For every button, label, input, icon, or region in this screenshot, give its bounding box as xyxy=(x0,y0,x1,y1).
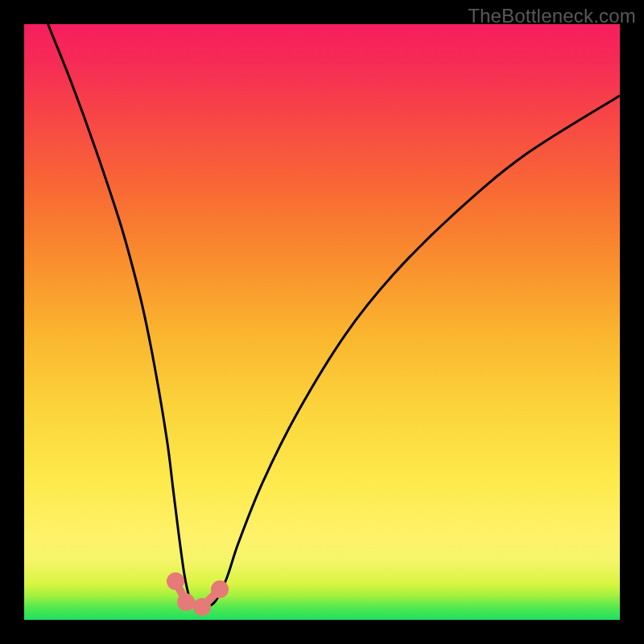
chart-frame: TheBottleneck.com xyxy=(0,0,644,644)
data-marker xyxy=(211,580,229,598)
data-marker xyxy=(167,572,184,590)
data-marker xyxy=(193,598,211,616)
bottleneck-curve xyxy=(24,24,620,620)
curve-path xyxy=(24,24,620,609)
plot-area xyxy=(24,24,620,620)
watermark-text: TheBottleneck.com xyxy=(468,5,636,27)
